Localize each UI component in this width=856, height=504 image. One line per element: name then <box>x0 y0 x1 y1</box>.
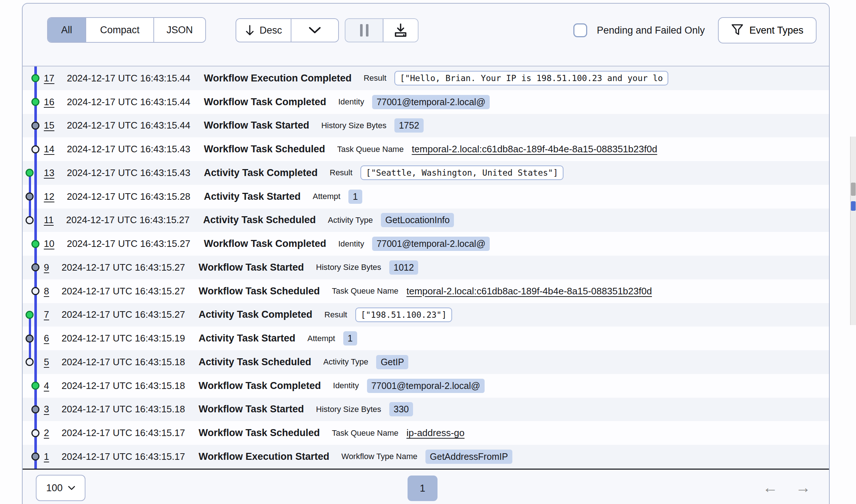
event-id-link[interactable]: 4 <box>44 380 49 392</box>
event-row[interactable]: 2 2024-12-17 UTC 16:43:15.17 Workflow Ta… <box>23 421 829 445</box>
sort-options-dropdown-button[interactable] <box>291 19 338 42</box>
event-id-link[interactable]: 2 <box>44 427 49 439</box>
download-button[interactable] <box>383 19 418 42</box>
event-status-dot <box>31 382 39 390</box>
event-attr-label: Identity <box>338 97 364 107</box>
tab-json[interactable]: JSON <box>153 18 205 42</box>
event-name: Activity Task Scheduled <box>203 214 316 226</box>
event-status-dot <box>31 122 39 130</box>
event-name: Workflow Task Completed <box>199 380 321 392</box>
event-status-dot <box>31 429 39 437</box>
event-name: Workflow Task Scheduled <box>199 427 320 439</box>
event-attr-label: Workflow Type Name <box>341 452 417 461</box>
event-row[interactable]: 16 2024-12-17 UTC 16:43:15.44 Workflow T… <box>23 90 829 114</box>
download-icon <box>393 23 408 37</box>
event-row[interactable]: 17 2024-12-17 UTC 16:43:15.44 Workflow E… <box>23 66 829 90</box>
event-id-link[interactable]: 3 <box>44 404 49 415</box>
event-timestamp: 2024-12-17 UTC 16:43:15.44 <box>67 73 190 84</box>
scrollbar-segment[interactable] <box>851 183 856 196</box>
event-timestamp: 2024-12-17 UTC 16:43:15.44 <box>67 120 190 131</box>
pause-icon <box>360 24 368 37</box>
event-id-link[interactable]: 8 <box>44 286 49 297</box>
event-attr-label: Activity Type <box>323 357 368 367</box>
pause-button[interactable] <box>345 19 383 42</box>
event-id-link[interactable]: 12 <box>44 191 54 202</box>
event-row[interactable]: 7 2024-12-17 UTC 16:43:15.27 Activity Ta… <box>23 303 829 327</box>
event-row[interactable]: 12 2024-12-17 UTC 16:43:15.28 Activity T… <box>23 185 829 209</box>
event-name: Workflow Task Completed <box>204 96 326 108</box>
event-row[interactable]: 9 2024-12-17 UTC 16:43:15.27 Workflow Ta… <box>23 256 829 279</box>
event-attr-value[interactable]: ip-address-go <box>406 427 465 439</box>
select-chevron-icon <box>68 486 75 490</box>
arrow-down-icon <box>245 25 255 36</box>
event-attr-value: GetLocationInfo <box>381 213 454 227</box>
event-row[interactable]: 11 2024-12-17 UTC 16:43:15.27 Activity T… <box>23 209 829 232</box>
event-name: Workflow Execution Completed <box>204 73 352 84</box>
event-status-dot <box>31 98 39 106</box>
event-attr-value: 77001@temporal-2.local@ <box>372 237 490 251</box>
event-row[interactable]: 6 2024-12-17 UTC 16:43:15.19 Activity Ta… <box>23 327 829 350</box>
event-attr-value: GetIP <box>376 355 408 369</box>
event-attr-value: ["198.51.100.23"] <box>355 308 452 322</box>
event-attr-value: 77001@temporal-2.local@ <box>367 379 485 393</box>
event-name: Workflow Task Scheduled <box>204 144 325 155</box>
event-attr-value: 1012 <box>389 260 419 275</box>
scrollbar-thumb[interactable] <box>851 201 856 211</box>
event-id-link[interactable]: 13 <box>44 167 54 179</box>
event-attr-value: 1 <box>343 331 357 345</box>
event-row[interactable]: 1 2024-12-17 UTC 16:43:15.17 Workflow Ex… <box>23 445 829 469</box>
event-row[interactable]: 13 2024-12-17 UTC 16:43:15.43 Activity T… <box>23 161 829 185</box>
pagination-footer: 100 1 ← → <box>23 469 829 504</box>
event-name: Workflow Task Started <box>199 262 304 273</box>
event-attr-label: Result <box>324 310 347 320</box>
event-id-link[interactable]: 16 <box>44 96 54 108</box>
event-attr-value[interactable]: temporal-2.local:c61db8ac-189f-4b4e-8a15… <box>412 144 657 155</box>
event-row[interactable]: 10 2024-12-17 UTC 16:43:15.27 Workflow T… <box>23 232 829 256</box>
event-id-link[interactable]: 10 <box>44 238 54 249</box>
event-attr-label: History Size Bytes <box>316 263 381 272</box>
event-types-filter-button[interactable]: Event Types <box>718 17 817 43</box>
event-timestamp: 2024-12-17 UTC 16:43:15.18 <box>61 356 185 368</box>
tab-all[interactable]: All <box>48 18 85 42</box>
event-status-dot <box>26 358 34 366</box>
page-size-select[interactable]: 100 <box>36 475 85 501</box>
sort-desc-button[interactable]: Desc <box>236 19 291 42</box>
event-history-toolbar: AllCompactJSON Desc Pending and Failed O… <box>23 4 829 66</box>
event-name: Workflow Task Started <box>199 404 304 415</box>
event-id-link[interactable]: 5 <box>44 356 49 368</box>
previous-page-arrow[interactable]: ← <box>763 480 778 495</box>
scrollbar-track[interactable] <box>850 137 856 325</box>
current-page-button[interactable]: 1 <box>408 476 437 501</box>
next-page-arrow[interactable]: → <box>795 480 811 495</box>
pending-failed-checkbox[interactable] <box>573 23 587 37</box>
chevron-down-icon <box>309 27 321 34</box>
event-status-dot <box>26 216 34 224</box>
event-name: Activity Task Started <box>204 191 301 202</box>
event-row[interactable]: 14 2024-12-17 UTC 16:43:15.43 Workflow T… <box>23 137 829 161</box>
event-name: Activity Task Started <box>199 333 295 344</box>
event-id-link[interactable]: 7 <box>44 309 49 320</box>
event-attr-value[interactable]: temporal-2.local:c61db8ac-189f-4b4e-8a15… <box>406 286 652 297</box>
event-id-link[interactable]: 17 <box>44 73 54 84</box>
event-status-dot <box>26 311 34 319</box>
event-id-link[interactable]: 9 <box>44 262 49 273</box>
event-timestamp: 2024-12-17 UTC 16:43:15.27 <box>61 309 185 320</box>
event-attr-label: Identity <box>333 381 359 390</box>
event-row[interactable]: 15 2024-12-17 UTC 16:43:15.44 Workflow T… <box>23 114 829 138</box>
event-row[interactable]: 3 2024-12-17 UTC 16:43:15.18 Workflow Ta… <box>23 398 829 421</box>
event-id-link[interactable]: 14 <box>44 144 54 155</box>
event-id-link[interactable]: 15 <box>44 120 54 131</box>
event-row[interactable]: 5 2024-12-17 UTC 16:43:15.18 Activity Ta… <box>23 350 829 374</box>
event-timestamp: 2024-12-17 UTC 16:43:15.18 <box>61 380 185 392</box>
event-attr-label: Attempt <box>307 334 335 343</box>
event-id-link[interactable]: 11 <box>44 214 54 226</box>
event-id-link[interactable]: 1 <box>44 451 49 462</box>
event-row[interactable]: 4 2024-12-17 UTC 16:43:15.18 Workflow Ta… <box>23 374 829 398</box>
event-id-link[interactable]: 6 <box>44 333 49 344</box>
event-row[interactable]: 8 2024-12-17 UTC 16:43:15.27 Workflow Ta… <box>23 279 829 303</box>
event-list: 17 2024-12-17 UTC 16:43:15.44 Workflow E… <box>23 66 829 469</box>
tab-compact[interactable]: Compact <box>85 18 153 42</box>
event-timestamp: 2024-12-17 UTC 16:43:15.27 <box>67 238 190 249</box>
event-status-dot <box>26 169 34 177</box>
event-status-dot <box>31 145 39 153</box>
